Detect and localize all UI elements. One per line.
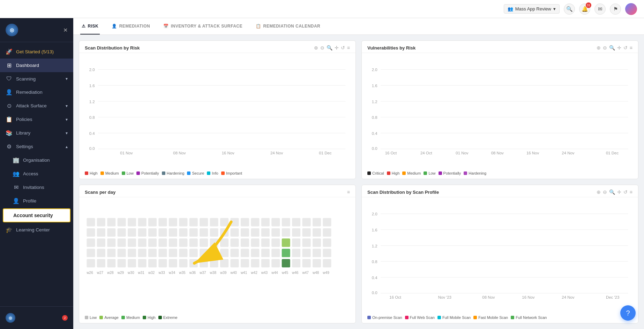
svg-rect-40	[128, 218, 136, 226]
svg-rect-106	[313, 238, 321, 247]
mass-app-review-button[interactable]: 👥 Mass App Review ▾	[504, 4, 560, 14]
mail-button[interactable]: ✉	[594, 3, 606, 15]
tab-inventory[interactable]: 📅 Inventory & Attack Surface	[162, 18, 244, 35]
sidebar-item-dashboard[interactable]: ⊞ Dashboard	[0, 59, 73, 72]
svg-rect-155	[323, 259, 331, 267]
svg-text:0.0: 0.0	[372, 146, 377, 151]
legend-important: Important	[221, 171, 242, 175]
zoom-icon[interactable]: 🔍	[327, 45, 332, 51]
legend-critical: Critical	[367, 171, 384, 175]
legend-full-web: Full Web Scan	[405, 315, 435, 320]
logo-icon[interactable]: ◎	[6, 24, 18, 36]
tab-remediation-calendar[interactable]: 📋 Remediation Calendar	[254, 18, 322, 35]
legend-hardening: Hardening	[162, 171, 185, 175]
legend-dot-hardening	[162, 171, 165, 175]
svg-rect-65	[138, 228, 147, 237]
svg-rect-98	[230, 238, 239, 247]
chevron-down-icon: ▾	[66, 104, 68, 108]
zoom-out-icon[interactable]: ⊖	[603, 189, 607, 195]
legend-low-2: Low	[424, 171, 435, 175]
zoom-out-icon[interactable]: ⊖	[320, 45, 324, 51]
menu-icon[interactable]: ≡	[630, 189, 632, 195]
sidebar-item-access[interactable]: 👥 Access	[0, 167, 73, 181]
sidebar-item-invitations[interactable]: ✉ Invitations	[0, 181, 73, 194]
help-button[interactable]: ?	[620, 305, 636, 321]
zoom-in-icon[interactable]: ⊕	[314, 45, 318, 51]
svg-text:0.0: 0.0	[89, 146, 95, 151]
notification-count: 31	[586, 2, 591, 8]
chart-controls-2: ⊕ ⊖ 🔍 ✛ ↺ ≡	[597, 45, 632, 51]
sidebar-item-get-started[interactable]: 🚀 Get Started (5/13)	[0, 45, 73, 59]
menu-icon[interactable]: ≡	[630, 45, 632, 51]
plus-icon[interactable]: ✛	[617, 189, 621, 195]
svg-text:Dec '23: Dec '23	[606, 295, 619, 299]
shield-icon: 🛡	[6, 76, 13, 82]
menu-icon[interactable]: ≡	[347, 189, 350, 195]
sidebar-item-account-security[interactable]: Account security	[3, 208, 70, 222]
svg-rect-145	[220, 259, 229, 267]
sidebar-item-settings[interactable]: ⚙ Settings ▴	[0, 140, 73, 153]
legend-dot-high	[85, 171, 88, 175]
svg-text:1.6: 1.6	[89, 84, 95, 88]
svg-text:1.6: 1.6	[372, 84, 377, 88]
sidebar-item-profile[interactable]: 👤 Profile	[0, 194, 73, 208]
sidebar-item-library[interactable]: 📚 Library ▾	[0, 126, 73, 140]
svg-rect-109	[97, 249, 105, 257]
zoom-out-icon[interactable]: ⊖	[603, 45, 607, 51]
svg-text:01 Nov: 01 Nov	[120, 151, 133, 155]
legend-high: High	[85, 171, 98, 175]
chart-title-3: Scans per day	[85, 190, 115, 195]
svg-rect-88	[128, 238, 136, 247]
svg-rect-85	[97, 238, 105, 247]
zoom-icon[interactable]: 🔍	[609, 189, 615, 195]
plus-icon[interactable]: ✛	[617, 45, 621, 51]
svg-rect-117	[179, 249, 187, 257]
svg-text:w41: w41	[240, 271, 247, 275]
reset-icon[interactable]: ↺	[341, 45, 345, 51]
plus-icon[interactable]: ✛	[335, 45, 339, 51]
svg-rect-143	[200, 259, 208, 267]
zoom-icon[interactable]: 🔍	[609, 45, 615, 51]
sidebar-item-learning-center[interactable]: 🎓 Learning Center	[0, 223, 73, 237]
legend-low-3: Low	[85, 315, 97, 320]
svg-rect-39	[118, 218, 126, 226]
menu-icon[interactable]: ≡	[347, 45, 350, 51]
reset-icon[interactable]: ↺	[623, 189, 628, 195]
svg-rect-149	[261, 259, 270, 267]
chevron-up-icon: ▴	[66, 144, 68, 149]
chart-scan-distribution-profile: Scan Distribution by Scan Profile ⊕ ⊖ 🔍 …	[361, 185, 638, 323]
group-icon: 👥	[508, 6, 513, 12]
sidebar-item-attack-surface[interactable]: ⊙ Attack Surface ▾	[0, 99, 73, 113]
reset-icon[interactable]: ↺	[623, 45, 628, 51]
legend-full-mobile: Full Mobile Scan	[437, 315, 471, 320]
tab-risk[interactable]: ⚠ Risk	[80, 18, 100, 35]
chart-legend-4: On-premise Scan Full Web Scan Full Mobil…	[362, 313, 638, 323]
zoom-in-icon[interactable]: ⊕	[597, 45, 601, 51]
svg-text:w35: w35	[179, 271, 186, 275]
search-button[interactable]: 🔍	[564, 3, 575, 15]
svg-text:0.8: 0.8	[372, 115, 377, 120]
sidebar-item-scanning[interactable]: 🛡 Scanning ▾	[0, 72, 73, 85]
bell-button[interactable]: 🔔 31	[579, 3, 590, 15]
svg-rect-112	[128, 249, 136, 257]
legend-dot-critical	[367, 171, 371, 175]
svg-rect-67	[158, 228, 167, 237]
sidebar-item-remediation[interactable]: 👤 Remediation	[0, 85, 73, 99]
alert-button[interactable]: ⚑	[610, 3, 621, 15]
svg-rect-37	[97, 218, 105, 226]
sidebar-item-organisation[interactable]: 🏢 Organisation	[0, 153, 73, 167]
svg-text:w38: w38	[210, 271, 217, 275]
chart-body-3: w26 w27 w28 w29 w30 w31 w32 w33 w34 w35 …	[79, 197, 355, 313]
svg-rect-46	[189, 218, 198, 226]
svg-rect-147	[241, 259, 249, 267]
legend-dot-high-2	[387, 171, 390, 175]
zoom-in-icon[interactable]: ⊕	[597, 189, 601, 195]
sidebar-bottom-logo[interactable]: ◎ 2	[6, 310, 68, 326]
sidebar-item-policies[interactable]: 📋 Policies ▾	[0, 113, 73, 126]
legend-full-network: Full Network Scan	[511, 315, 547, 320]
svg-text:w30: w30	[127, 271, 134, 275]
sidebar-close-button[interactable]: ✕	[63, 27, 68, 33]
tab-remediation[interactable]: 👤 Remediation	[110, 18, 151, 35]
svg-rect-57	[302, 218, 311, 226]
avatar[interactable]	[625, 3, 637, 15]
